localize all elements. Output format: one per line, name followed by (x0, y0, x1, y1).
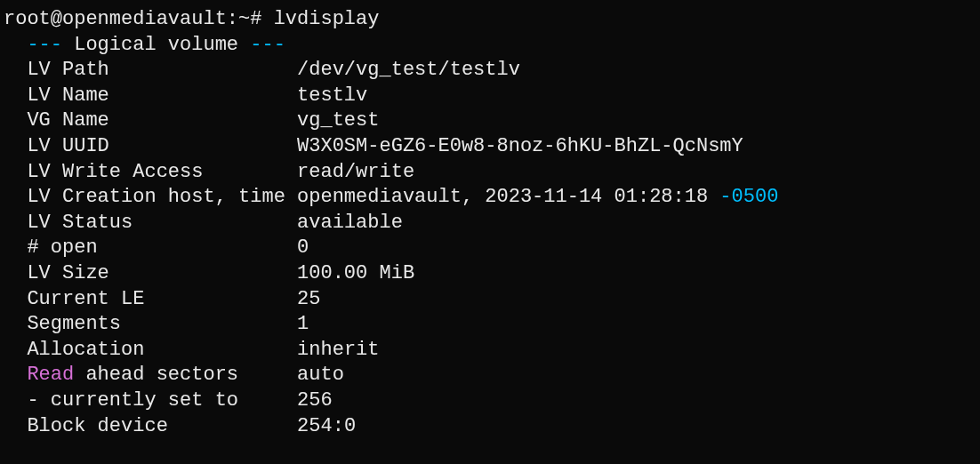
field-num-open: # open 0 (4, 236, 976, 261)
value-num-open: 0 (297, 236, 309, 259)
label-currently-set: - currently set to (27, 389, 238, 412)
label-lv-status: LV Status (27, 212, 133, 234)
value-read-ahead: auto (297, 364, 344, 386)
value-currently-set: 256 (297, 389, 333, 412)
field-vg-name: VG Name vg_test (4, 108, 976, 134)
label-num-open: # open (27, 236, 97, 259)
field-lv-size: LV Size 100.00 MiB (4, 261, 976, 287)
label-read-ahead-suffix: ahead sectors (74, 364, 238, 386)
field-lv-creation: LV Creation host, time openmediavault, 2… (4, 185, 976, 211)
prompt-user-host: root@openmediavault (4, 8, 227, 30)
header-dashes-right: --- (250, 34, 285, 56)
value-lv-size: 100.00 MiB (297, 262, 414, 284)
label-vg-name: VG Name (27, 109, 108, 132)
label-lv-size: LV Size (27, 262, 108, 284)
value-block-device: 254:0 (297, 415, 356, 437)
section-header: --- Logical volume --- (4, 33, 976, 59)
label-lv-creation: LV Creation host, time (27, 186, 285, 208)
field-lv-uuid: LV UUID W3X0SM-eGZ6-E0w8-8noz-6hKU-BhZL-… (4, 134, 976, 160)
value-lv-path: /dev/vg_test/testlv (297, 59, 520, 81)
header-dashes-left: --- (27, 34, 62, 56)
value-segments: 1 (297, 313, 309, 335)
value-lv-uuid: W3X0SM-eGZ6-E0w8-8noz-6hKU-BhZL-QcNsmY (297, 135, 743, 157)
value-current-le: 25 (297, 288, 320, 310)
field-allocation: Allocation inherit (4, 338, 976, 364)
field-lv-status: LV Status available (4, 211, 976, 236)
label-lv-uuid: LV UUID (27, 135, 108, 157)
field-lv-path: LV Path /dev/vg_test/testlv (4, 58, 976, 84)
field-lv-name: LV Name testlv (4, 84, 976, 109)
terminal-prompt-line: root@openmediavault:~# lvdisplay (4, 7, 976, 33)
value-allocation: inherit (297, 339, 379, 361)
value-lv-name: testlv (297, 84, 367, 107)
field-segments: Segments 1 (4, 312, 976, 338)
label-allocation: Allocation (27, 339, 144, 361)
field-lv-write-access: LV Write Access read/write (4, 160, 976, 186)
label-lv-path: LV Path (27, 59, 108, 81)
command-text: lvdisplay (274, 8, 380, 30)
field-read-ahead: Read ahead sectors auto (4, 363, 976, 388)
label-block-device: Block device (27, 415, 167, 437)
prompt-colon: : (227, 8, 238, 30)
field-block-device: Block device 254:0 (4, 414, 976, 440)
prompt-path: ~ (238, 8, 250, 30)
label-lv-write-access: LV Write Access (27, 161, 203, 183)
prompt-symbol: # (250, 8, 261, 30)
label-segments: Segments (27, 313, 121, 335)
header-title: Logical volume (74, 34, 238, 56)
label-current-le: Current LE (27, 288, 144, 310)
value-lv-creation-tz: -0500 (719, 186, 778, 208)
value-vg-name: vg_test (297, 109, 379, 132)
value-lv-write-access: read/write (297, 161, 414, 183)
label-read-ahead-prefix: Read (27, 364, 74, 386)
label-lv-name: LV Name (27, 84, 108, 107)
field-current-le: Current LE 25 (4, 287, 976, 313)
value-lv-creation: openmediavault, 2023-11-14 01:28:18 (297, 186, 708, 208)
field-currently-set: - currently set to 256 (4, 388, 976, 414)
value-lv-status: available (297, 212, 403, 234)
